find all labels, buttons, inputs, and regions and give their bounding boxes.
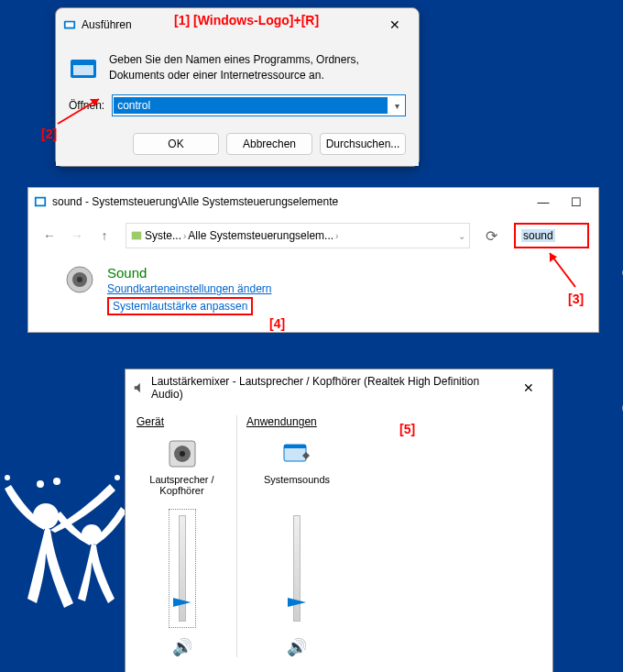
search-value: sound <box>521 229 555 242</box>
volume-mixer-window: Lautstärkemixer - Lautsprecher / Kopfhör… <box>125 369 553 672</box>
svg-rect-11 <box>66 22 74 27</box>
watermark-figure <box>0 461 128 644</box>
open-combobox[interactable]: control ▾ <box>112 94 406 116</box>
run-title-text: Ausführen <box>82 18 132 31</box>
speaker-icon <box>65 265 94 294</box>
up-button[interactable]: ↑ <box>93 224 116 248</box>
ok-button[interactable]: OK <box>133 133 219 155</box>
svg-rect-26 <box>284 445 306 448</box>
system-sounds-icon[interactable] <box>280 437 313 470</box>
browse-button[interactable]: Durchsuchen... <box>320 133 406 155</box>
svg-marker-21 <box>135 383 140 392</box>
device-mute-button[interactable]: 🔊 <box>172 637 192 657</box>
device-volume-slider[interactable] <box>169 509 196 628</box>
cancel-button[interactable]: Abbrechen <box>226 133 312 155</box>
volume-icon <box>133 381 146 394</box>
chevron-down-icon[interactable]: ⌄ <box>458 231 465 241</box>
app-volume-slider[interactable] <box>283 509 311 628</box>
cp-titlebar: sound - Systemsteuerung\Alle Systemsteue… <box>28 188 598 215</box>
svg-point-0 <box>33 503 59 529</box>
result-link-sound-settings[interactable]: Soundkarteneinstellungen ändern <box>107 282 271 295</box>
run-big-icon <box>69 54 98 83</box>
breadcrumb-2[interactable]: Alle Systemsteuerungselem... <box>188 229 333 242</box>
svg-point-5 <box>115 475 120 480</box>
minimize-button[interactable]: — <box>527 192 560 212</box>
device-section-label: Gerät <box>137 415 227 428</box>
breadcrumb-1[interactable]: Syste... <box>145 229 181 242</box>
maximize-button[interactable]: ☐ <box>560 192 593 212</box>
svg-rect-16 <box>37 199 45 205</box>
control-panel-window: sound - Systemsteuerung\Alle Systemsteue… <box>27 187 599 333</box>
back-button[interactable]: ← <box>38 224 61 248</box>
forward-button[interactable]: → <box>65 224 89 248</box>
run-titlebar: Ausführen ✕ <box>56 8 419 41</box>
mixer-titlebar: Lautstärkemixer - Lautsprecher / Kopfhör… <box>126 369 552 406</box>
run-description: Geben Sie den Namen eines Programms, Ord… <box>109 52 406 83</box>
app-name[interactable]: Systemsounds <box>264 474 330 501</box>
control-panel-icon <box>34 195 47 208</box>
svg-rect-17 <box>132 232 142 240</box>
run-icon <box>63 18 76 31</box>
svg-point-24 <box>180 451 185 457</box>
address-bar[interactable]: Syste... › Alle Systemsteuerungselem... … <box>126 223 470 248</box>
svg-point-3 <box>82 524 102 545</box>
speaker-device-icon[interactable] <box>166 437 199 470</box>
run-dialog: Ausführen ✕ Geben Sie den Namen eines Pr… <box>55 7 420 167</box>
close-button[interactable]: ✕ <box>512 377 545 399</box>
svg-point-20 <box>77 277 82 282</box>
device-name[interactable]: Lautsprecher / Kopfhörer <box>137 474 227 501</box>
svg-point-2 <box>53 478 60 485</box>
watermark-side: SoftwareOK.de <box>618 253 623 449</box>
svg-rect-14 <box>73 62 93 65</box>
apps-section-label: Anwendungen <box>246 415 347 428</box>
result-title[interactable]: Sound <box>107 265 271 281</box>
address-icon <box>130 229 143 242</box>
close-button[interactable]: ✕ <box>378 14 411 36</box>
chevron-down-icon[interactable]: ▾ <box>388 101 405 111</box>
cp-title-text: sound - Systemsteuerung\Alle Systemsteue… <box>52 195 338 208</box>
open-label: Öffnen: <box>69 99 104 112</box>
result-link-volume-adjust[interactable]: Systemlautstärke anpassen <box>107 297 253 315</box>
svg-point-1 <box>37 480 44 488</box>
mixer-title-text: Lautstärkemixer - Lautsprecher / Kopfhör… <box>151 375 512 401</box>
search-input[interactable]: sound <box>514 223 589 248</box>
chevron-right-icon[interactable]: › <box>183 231 186 241</box>
chevron-right-icon[interactable]: › <box>335 231 338 241</box>
search-result: Sound Soundkarteneinstellungen ändern Sy… <box>28 256 598 332</box>
app-mute-button[interactable]: 🔊 <box>287 637 307 657</box>
open-value: control <box>114 97 388 114</box>
refresh-button[interactable]: ⟳ <box>477 223 505 248</box>
mixer-device-column: Gerät Lautsprecher / Kopfhörer 🔊 <box>137 415 237 657</box>
mixer-app-column: Anwendungen Systemsounds 🔊 <box>246 415 347 657</box>
svg-point-4 <box>5 475 10 480</box>
